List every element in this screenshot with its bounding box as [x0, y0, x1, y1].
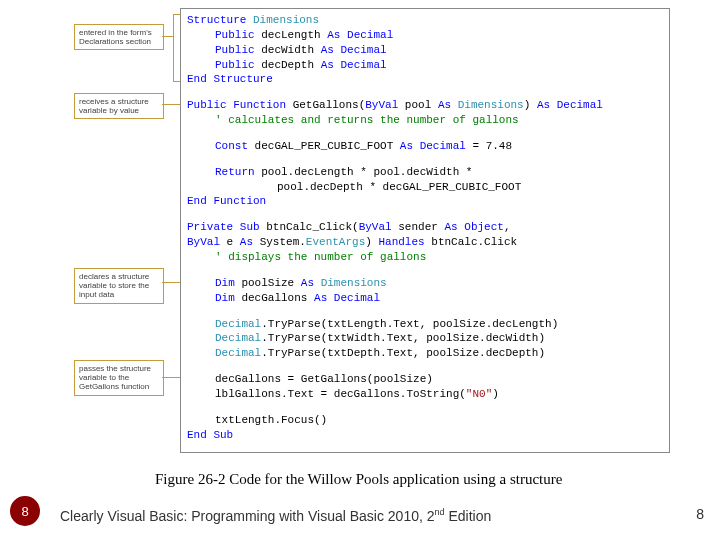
- code-line: Decimal.TryParse(txtDepth.Text, poolSize…: [187, 346, 663, 361]
- code-line: Dim poolSize As Dimensions: [187, 276, 663, 291]
- code-line: lblGallons.Text = decGallons.ToString("N…: [187, 387, 663, 402]
- code-line: End Function: [187, 194, 663, 209]
- code-line: Public decDepth As Decimal: [187, 58, 663, 73]
- footer-text: Clearly Visual Basic: Programming with V…: [60, 507, 491, 524]
- code-line: End Structure: [187, 72, 663, 87]
- page-number-badge: 8: [10, 496, 40, 526]
- figure-caption: Figure 26-2 Code for the Willow Pools ap…: [155, 471, 562, 488]
- connector-2: [162, 104, 180, 106]
- connector-1: [162, 36, 173, 38]
- code-line: decGallons = GetGallons(poolSize): [187, 372, 663, 387]
- slide-container: entered in the form's Declarations secti…: [0, 0, 720, 540]
- code-line: Decimal.TryParse(txtLength.Text, poolSiz…: [187, 317, 663, 332]
- connector-4: [162, 377, 180, 379]
- annotation-declarations: entered in the form's Declarations secti…: [74, 24, 164, 50]
- code-line: Dim decGallons As Decimal: [187, 291, 663, 306]
- code-line: Public Function GetGallons(ByVal pool As…: [187, 98, 663, 113]
- code-line: pool.decDepth * decGAL_PER_CUBIC_FOOT: [187, 180, 663, 195]
- code-line: Decimal.TryParse(txtWidth.Text, poolSize…: [187, 331, 663, 346]
- code-line: Return pool.decLength * pool.decWidth *: [187, 165, 663, 180]
- page-number-right: 8: [696, 506, 704, 522]
- code-line: ' displays the number of gallons: [187, 250, 663, 265]
- code-line: Public decLength As Decimal: [187, 28, 663, 43]
- code-line: ByVal e As System.EventArgs) Handles btn…: [187, 235, 663, 250]
- annotation-dim: declares a structure variable to store t…: [74, 268, 164, 304]
- code-line: txtLength.Focus(): [187, 413, 663, 428]
- code-line: Public decWidth As Decimal: [187, 43, 663, 58]
- code-listing: Structure Dimensions Public decLength As…: [180, 8, 670, 453]
- annotation-pass: passes the structure variable to the Get…: [74, 360, 164, 396]
- code-line: Structure Dimensions: [187, 13, 663, 28]
- bracket-1: [173, 14, 180, 82]
- code-line: End Sub: [187, 428, 663, 443]
- connector-3: [162, 282, 180, 284]
- code-line: Const decGAL_PER_CUBIC_FOOT As Decimal =…: [187, 139, 663, 154]
- code-line: Private Sub btnCalc_Click(ByVal sender A…: [187, 220, 663, 235]
- annotation-byval: receives a structure variable by value: [74, 93, 164, 119]
- code-line: ' calculates and returns the number of g…: [187, 113, 663, 128]
